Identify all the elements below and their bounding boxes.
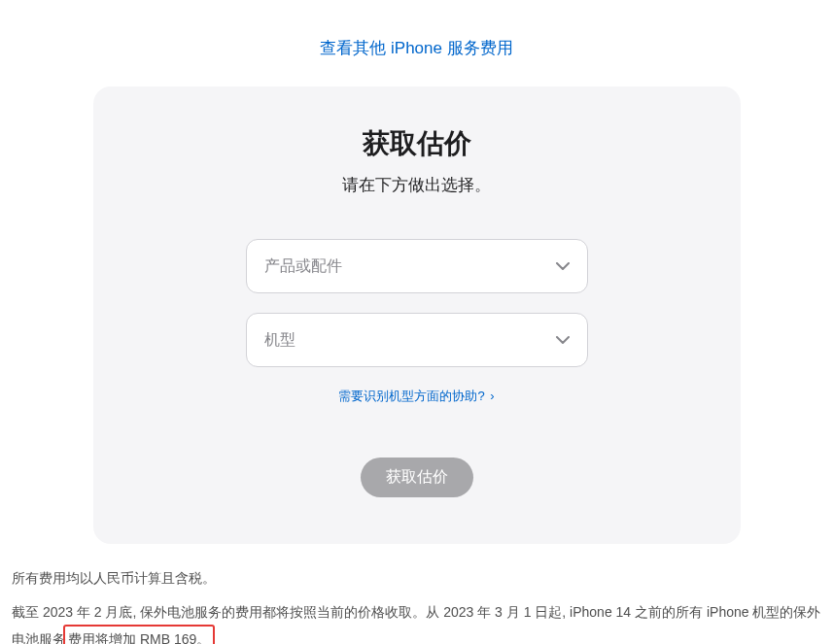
get-estimate-button[interactable]: 获取估价 bbox=[361, 458, 473, 497]
card-title: 获取估价 bbox=[122, 125, 712, 162]
chevron-right-icon: › bbox=[487, 389, 495, 403]
other-services-link[interactable]: 查看其他 iPhone 服务费用 bbox=[320, 39, 512, 57]
chevron-down-icon bbox=[556, 262, 570, 270]
model-select-placeholder: 机型 bbox=[264, 330, 295, 351]
help-link-label: 需要识别机型方面的协助? bbox=[338, 389, 484, 403]
model-select[interactable]: 机型 bbox=[246, 313, 588, 367]
top-link-container: 查看其他 iPhone 服务费用 bbox=[0, 0, 833, 86]
price-increase-highlight: 费用将增加 RMB 169。 bbox=[63, 625, 215, 644]
product-select[interactable]: 产品或配件 bbox=[246, 239, 588, 293]
identify-model-help-link[interactable]: 需要识别机型方面的协助? › bbox=[338, 389, 494, 403]
footer-notes: 所有费用均以人民币计算且含税。 截至 2023 年 2 月底, 保外电池服务的费… bbox=[0, 544, 833, 644]
help-link-container: 需要识别机型方面的协助? › bbox=[122, 387, 712, 405]
card-subtitle: 请在下方做出选择。 bbox=[122, 174, 712, 196]
product-select-wrap: 产品或配件 bbox=[246, 239, 588, 293]
product-select-placeholder: 产品或配件 bbox=[264, 256, 342, 277]
chevron-down-icon bbox=[556, 336, 570, 344]
footer-line-1: 所有费用均以人民币计算且含税。 bbox=[12, 565, 821, 592]
footer-line-2: 截至 2023 年 2 月底, 保外电池服务的费用都将按照当前的价格收取。从 2… bbox=[12, 599, 821, 644]
estimate-card: 获取估价 请在下方做出选择。 产品或配件 机型 需要识别机型方面的协助? › 获… bbox=[93, 86, 741, 544]
submit-container: 获取估价 bbox=[122, 458, 712, 497]
model-select-wrap: 机型 bbox=[246, 313, 588, 367]
